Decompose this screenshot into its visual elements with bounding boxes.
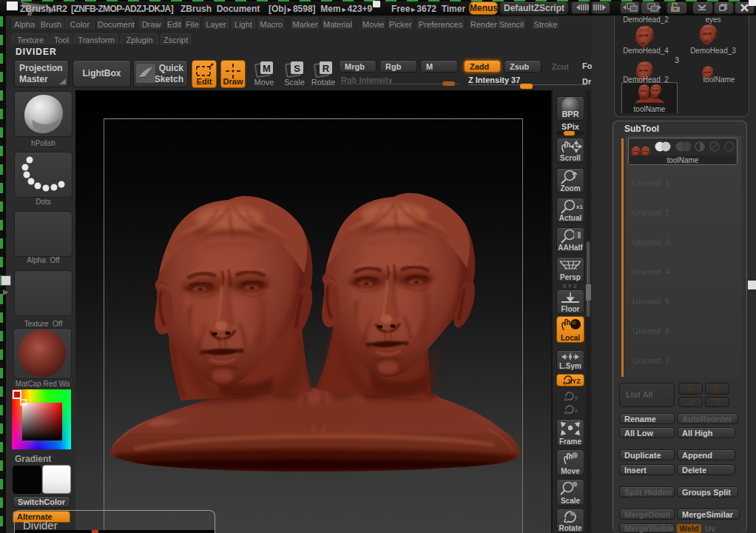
svg-text:y: y <box>575 394 578 400</box>
svg-text:R: R <box>323 63 330 74</box>
svg-text:Move: Move <box>561 467 580 475</box>
svg-text:Scale: Scale <box>561 497 581 505</box>
svg-text:BPR: BPR <box>561 110 578 118</box>
svg-text:Scroll: Scroll <box>560 154 581 162</box>
svg-text:Local: Local <box>561 334 580 342</box>
svg-text:L.Sym: L.Sym <box>559 362 581 370</box>
svg-text:Actual: Actual <box>559 214 582 222</box>
svg-text:M: M <box>263 63 271 74</box>
svg-text:S: S <box>294 63 300 74</box>
svg-text:Persp: Persp <box>560 273 581 281</box>
svg-text:Rotate: Rotate <box>558 524 582 532</box>
svg-text:Zoom: Zoom <box>560 184 580 192</box>
svg-text:Floor: Floor <box>561 305 580 313</box>
svg-text:z: z <box>575 407 578 414</box>
svg-text:AAHalf: AAHalf <box>558 244 583 252</box>
svg-text:XYZ: XYZ <box>567 378 581 385</box>
svg-text:x1: x1 <box>576 204 583 210</box>
svg-text:Frame: Frame <box>559 438 581 446</box>
